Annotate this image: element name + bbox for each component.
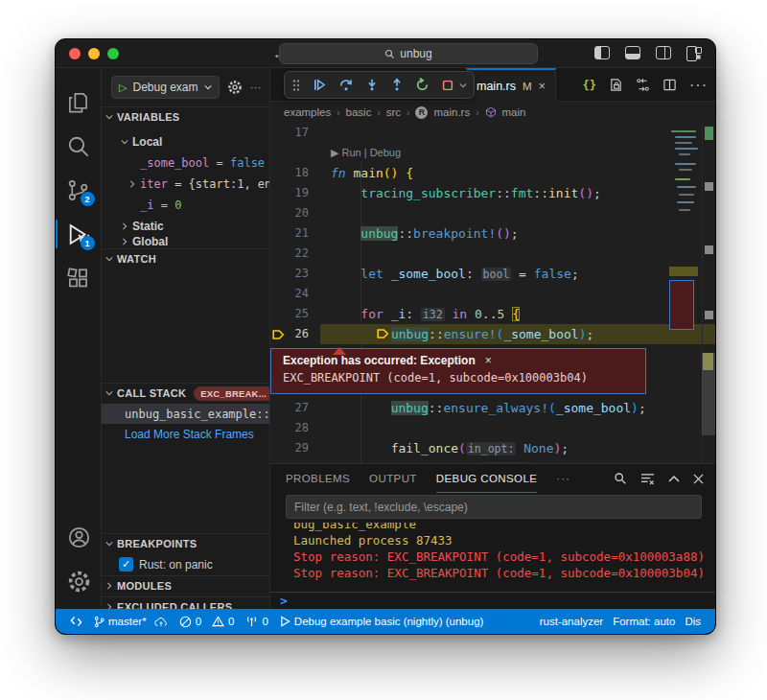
glyph-margin[interactable] xyxy=(270,123,286,143)
close-exception-icon[interactable]: × xyxy=(485,354,492,367)
glyph-margin[interactable] xyxy=(270,223,286,244)
toggle-secondary-sidebar-icon[interactable] xyxy=(656,46,671,59)
code-line-23[interactable]: 23 let _some_bool: bool = false; xyxy=(270,264,715,284)
breadcrumb-item[interactable]: main xyxy=(502,106,526,118)
gear-icon[interactable] xyxy=(227,80,243,95)
console-line[interactable]: bug_basic_example xyxy=(293,523,715,532)
overview-ruler[interactable] xyxy=(702,123,715,463)
callstack-section-header[interactable]: CALL STACK EXC_BREAK... xyxy=(102,383,269,403)
glyph-margin[interactable] xyxy=(270,398,286,418)
scrollbar-thumb[interactable] xyxy=(702,353,715,435)
variables-scope-global[interactable]: Global xyxy=(102,234,269,248)
activitybar-item-settings[interactable] xyxy=(56,559,102,603)
debug-current-line-arrow-icon[interactable] xyxy=(270,324,286,344)
launch-config-dropdown[interactable]: ▷ Debug exam xyxy=(111,76,220,99)
glyph-margin[interactable] xyxy=(270,418,286,438)
statusbar-item-tower[interactable]: 0 xyxy=(241,609,272,634)
variables-scope-local[interactable]: Local xyxy=(102,131,269,152)
lock-file-icon[interactable] xyxy=(609,78,623,92)
toolbar-drag-handle[interactable] xyxy=(291,79,301,92)
glyph-margin[interactable] xyxy=(270,438,286,458)
code-editor[interactable]: 17▶ Run | Debug18fn main() {19 tracing_s… xyxy=(270,123,715,463)
statusbar-item-error[interactable]: 00 xyxy=(174,609,240,634)
glyph-margin[interactable] xyxy=(270,163,286,183)
glyph-margin[interactable] xyxy=(270,304,286,324)
activitybar-item-explorer[interactable] xyxy=(56,80,102,124)
code-line-18[interactable]: 18fn main() { xyxy=(270,163,715,183)
restart-icon[interactable] xyxy=(415,78,430,92)
toggle-sidebar-icon[interactable] xyxy=(594,46,610,59)
breadcrumb-item[interactable]: main.rs xyxy=(433,106,470,118)
panel-search-icon[interactable] xyxy=(614,472,627,485)
close-panel-icon[interactable] xyxy=(693,474,704,484)
excluded-callers-section-header[interactable]: EXCLUDED CALLERS xyxy=(102,596,269,609)
statusbar-item-rust-analyzer[interactable]: rust-analyzer xyxy=(535,616,608,627)
toggle-panel-icon[interactable] xyxy=(625,46,640,59)
console-prompt[interactable]: > xyxy=(270,592,715,609)
codelens-run-debug[interactable]: ▶ Run | Debug xyxy=(270,143,715,163)
panel-more-tabs-icon[interactable]: ··· xyxy=(556,473,570,484)
tab-main-rs[interactable]: main.rs M × xyxy=(466,68,556,102)
load-more-frames-link[interactable]: Load More Stack Frames xyxy=(102,424,269,444)
statusbar-item-dis[interactable]: Dis xyxy=(680,616,706,627)
split-editor-icon[interactable] xyxy=(662,78,677,92)
step-out-icon[interactable] xyxy=(390,78,404,92)
statusbar-item-debug-play[interactable]: Debug example basic (nightly) (unbug) xyxy=(275,609,489,634)
panel-tab-debug-console[interactable]: DEBUG CONSOLE xyxy=(436,464,538,493)
code-line-21[interactable]: 21 unbug::breakpoint!(); xyxy=(270,223,715,244)
code-line-24[interactable]: 24 xyxy=(270,284,715,304)
console-line[interactable]: Stop reason: EXC_BREAKPOINT (code=1, sub… xyxy=(293,548,715,565)
step-over-icon[interactable] xyxy=(338,78,354,92)
step-into-icon[interactable] xyxy=(365,78,379,92)
console-filter-input[interactable]: Filter (e.g. text, !exclude, \escape) xyxy=(286,495,702,519)
minimize-window-button[interactable] xyxy=(88,48,100,59)
activitybar-item-source-control[interactable]: 2 xyxy=(56,168,102,212)
clear-console-icon[interactable] xyxy=(640,473,655,485)
statusbar-item-branch[interactable]: master* xyxy=(89,609,173,634)
start-debug-icon[interactable]: ▷ xyxy=(119,82,127,94)
glyph-margin[interactable] xyxy=(270,284,286,304)
glyph-margin[interactable] xyxy=(270,203,286,223)
close-tab-icon[interactable]: × xyxy=(539,79,546,93)
activitybar-item-search[interactable] xyxy=(56,124,102,168)
code-line-17[interactable]: 17 xyxy=(270,123,715,143)
glyph-margin[interactable] xyxy=(270,183,286,203)
modules-section-header[interactable]: MODULES xyxy=(102,575,269,595)
console-line[interactable]: Launched process 87433 xyxy=(293,532,715,548)
stop-icon[interactable] xyxy=(441,79,454,92)
stop-options-chevron-icon[interactable] xyxy=(459,82,467,89)
breakpoint-row[interactable]: ✓ Rust: on panic xyxy=(102,554,269,574)
debug-console-output[interactable]: bug_basic_exampleLaunched process 87433S… xyxy=(270,523,715,592)
variable-row[interactable]: _i = 0 xyxy=(102,195,269,215)
maximize-panel-chevron-icon[interactable] xyxy=(668,475,680,482)
stack-frame-row[interactable]: unbug_basic_example::ma xyxy=(102,404,269,424)
breakpoint-checkbox[interactable]: ✓ xyxy=(119,557,133,572)
code-line-27[interactable]: 27 unbug::ensure_always!(_some_bool); xyxy=(270,398,715,418)
code-line-25[interactable]: 25 for _i: i32 in 0..5 { xyxy=(270,304,715,324)
code-line-20[interactable]: 20 xyxy=(270,203,715,223)
code-line-22[interactable]: 22 xyxy=(270,244,715,264)
variables-section-header[interactable]: VARIABLES xyxy=(102,106,269,127)
sidebar-more-actions[interactable]: ··· xyxy=(250,81,262,94)
activitybar-item-run-and-debug[interactable]: 1 xyxy=(56,212,102,256)
glyph-margin[interactable] xyxy=(270,264,286,284)
customize-layout-icon[interactable] xyxy=(686,46,702,59)
statusbar-item-remote[interactable] xyxy=(65,609,87,634)
breadcrumb-item[interactable]: examples xyxy=(284,106,331,118)
activitybar-item-account[interactable] xyxy=(56,515,102,559)
zoom-window-button[interactable] xyxy=(107,48,119,59)
console-line[interactable]: Stop reason: EXC_BREAKPOINT (code=1, sub… xyxy=(293,565,715,581)
panel-tab-output[interactable]: OUTPUT xyxy=(369,464,417,493)
code-line-28[interactable]: 28 xyxy=(270,418,715,438)
glyph-margin[interactable] xyxy=(270,244,286,264)
command-center-search[interactable]: unbug xyxy=(279,43,538,64)
statusbar-item-format-auto[interactable]: Format: auto xyxy=(608,616,680,627)
editor-more-actions-icon[interactable]: ··· xyxy=(689,77,708,94)
code-line-19[interactable]: 19 tracing_subscriber::fmt::init(); xyxy=(270,183,715,203)
panel-tab-problems[interactable]: PROBLEMS xyxy=(286,464,350,493)
breadcrumb-item[interactable]: basic xyxy=(346,106,372,118)
variable-row[interactable]: _some_bool = false xyxy=(102,152,269,173)
activitybar-item-extensions[interactable] xyxy=(56,256,102,300)
code-line-29[interactable]: 29 fail_once(in_opt: None); xyxy=(270,438,715,458)
format-braces-icon[interactable]: {} xyxy=(583,79,596,92)
